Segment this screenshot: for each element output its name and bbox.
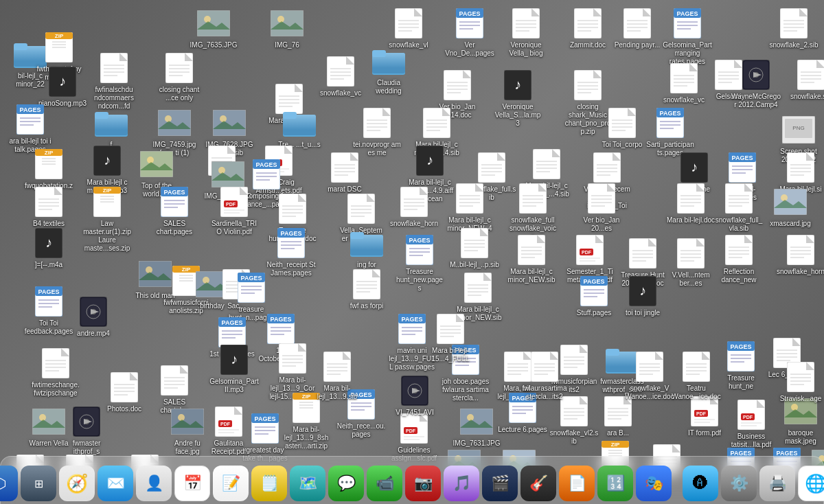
desktop-item-item60[interactable]: Mara bil-lejl.doc [666, 182, 716, 225]
desktop-item-item14[interactable]: closing chant ...ce only [154, 51, 204, 102]
desktop-item-item106[interactable]: snowflake_vl2.s ib [549, 395, 599, 446]
desktop-item-item81[interactable]: ♪ toi toi jingle [618, 275, 667, 317]
desktop-item-item32[interactable]: Toi Toi_corpo [597, 106, 647, 149]
desktop-item-item111[interactable]: Teatru Wanoe...ice.doc [672, 350, 721, 401]
desktop-item-item24[interactable]: snowflake.sib [786, 58, 824, 101]
desktop-item-item51[interactable]: ZIP Law master.ur(1).zip Laure maste...s… [82, 185, 132, 253]
desktop-item-item19[interactable]: ♪ Veronique Vella_S...la.mp3 [493, 69, 542, 128]
desktop-item-label: Zammit.doc [570, 41, 606, 49]
dock-safari[interactable]: 🧭 [59, 466, 95, 501]
desktop-item-item119[interactable]: VI_7451.AVI [390, 374, 439, 417]
desktop-item-item6[interactable]: PAGES Ver Vno_De...pages [445, 7, 494, 58]
desktop-item-label: VI_7451.AVI [396, 409, 433, 417]
desktop-item-item72[interactable]: Reflection dance_new [714, 233, 764, 284]
desktop-item-item8[interactable]: Zammit.doc [563, 7, 613, 49]
desktop-item-item78[interactable]: fwf as forpi [342, 268, 391, 310]
dock-pages[interactable]: 📄 [559, 466, 595, 501]
desktop-item-item30[interactable]: tei.novprogr am es me [352, 106, 402, 157]
desktop-item-item127[interactable]: Mara bil-lejl_13...9.sib [312, 350, 362, 401]
desktop-item-item21[interactable]: snowflake_vc [659, 62, 709, 104]
dock-chrome[interactable]: 🌐 [798, 466, 824, 501]
desktop-item-item62[interactable]: xmascard.jpg [766, 185, 815, 228]
desktop-item-item107[interactable]: ara B... [593, 395, 643, 437]
desktop-item-item16[interactable]: snowflake_vc [316, 55, 365, 98]
svg-rect-446 [32, 409, 65, 435]
desktop-item-item114[interactable]: PAGES Treasure hunt_ne [716, 340, 766, 391]
desktop-item-item11[interactable]: snowflake_2.sib [769, 7, 819, 49]
desktop-item-item129[interactable]: fwlaurasartima stercla...its2 [520, 350, 569, 401]
desktop-item-item57[interactable]: Mara bil-lejl_c minor_NEW_4 [445, 182, 494, 233]
desktop-item-item25[interactable]: PAGES ara bil-lejl toi i talk.pages [5, 103, 55, 154]
desktop-item-item29[interactable]: Tre... ...t_u...s [275, 106, 324, 149]
dock-calendar[interactable]: 📅 [174, 466, 210, 501]
desktop-item-item64[interactable]: PAGES Neith_receipt St James.pages [266, 227, 316, 277]
desktop-item-item108[interactable]: PDF IT form.pdf [680, 395, 729, 437]
dock-facetime[interactable]: 📹 [367, 466, 402, 501]
desktop-item-item4[interactable]: IMG_76 [262, 7, 312, 49]
dock-printer[interactable]: 🖨️ [759, 466, 795, 501]
dock-dashboard[interactable]: ⬡ [0, 466, 18, 501]
desktop-item-item63[interactable]: ♪ ]=[--.m4a [24, 227, 73, 269]
desktop-item-item67[interactable]: M..bil-lejl_..p.sib [450, 227, 499, 269]
desktop-item-item59[interactable]: Ver bio_Jan 20...es [577, 182, 626, 233]
dock-itunes[interactable]: 🎵 [444, 466, 479, 501]
desktop-item-item113[interactable]: Stravisk...age [776, 360, 824, 403]
dock-messages[interactable]: 💬 [328, 466, 364, 501]
doc-icon [784, 360, 817, 393]
desktop-item-item71[interactable]: V.Vell...ntem ber...es [666, 237, 716, 288]
desktop-item-item23[interactable]: WayneMcGregor 2012.Camp4 [731, 58, 781, 109]
desktop-item-item26[interactable]: f [87, 106, 136, 149]
dock-sysprefs[interactable]: ⚙️ [721, 466, 757, 501]
desktop-item-item130[interactable]: Mara bil lejl-15...4_FULL [426, 312, 475, 363]
desktop-item-item80[interactable]: PAGES Stuff.pages [569, 275, 619, 317]
desktop-item-item15[interactable]: Claudia wedding [364, 45, 413, 95]
dock-imovie[interactable]: 🎬 [482, 466, 518, 501]
desktop-item-item52[interactable]: PAGES SALES chart.pages [150, 185, 199, 236]
desktop-item-item53[interactable]: PDF Sardinella_TRIO Violin.pdf [209, 185, 259, 236]
desktop-item-item109[interactable]: PDF Business tatisit...lla.pdf [726, 398, 776, 449]
desktop-item-item83[interactable]: PAGES Toi Toi feedback.pages [24, 285, 73, 336]
desktop-item-item115[interactable]: snowflake_V Wanoe...ice.doc [625, 350, 674, 401]
desktop-item-item13[interactable]: fwfinalschdu ndcommaers ndcom...fd [89, 51, 139, 111]
desktop-item-item5[interactable]: snowflake_vl [384, 7, 433, 49]
desktop-item-item7[interactable]: Veronique Vella_ biog [501, 7, 551, 58]
dock-mail[interactable]: ✉️ [98, 466, 133, 501]
desktop-item-item33[interactable]: PAGES Sarti_participan ts.pages [645, 106, 695, 157]
dock-contacts[interactable]: 👤 [136, 466, 172, 501]
desktop-item-item73[interactable]: snowflake_horn [776, 233, 824, 276]
desktop-item-item68[interactable]: Mara bil-lejl_c minor_NEW.sib [507, 233, 556, 284]
desktop-item-item61[interactable]: snowflake_full_vla.sib [714, 182, 764, 233]
desktop-item-label: V.Vell...ntem ber...es [666, 271, 716, 288]
dock-garageband[interactable]: 🎸 [520, 466, 556, 501]
dock-notes[interactable]: 🗒️ [251, 466, 287, 501]
pages-icon: PAGES [14, 103, 47, 136]
music-icon: ♪ [501, 69, 534, 102]
desktop-item-item42[interactable]: marat DSC [320, 151, 369, 194]
desktop-item-item103[interactable]: PDF Guidelines assign...sic.pdf [389, 412, 439, 463]
svg-text:ZIP: ZIP [103, 187, 112, 194]
desktop-item-item84[interactable]: andre.mp4 [69, 295, 118, 338]
dock-appstore[interactable]: 🅐 [683, 466, 718, 501]
dock-numbers[interactable]: 🔢 [597, 466, 633, 501]
desktop-item-item10[interactable]: PAGES Gelsomina_Part rranging rates.page… [663, 7, 712, 66]
desktop-item-item56[interactable]: snowflake_horn [389, 185, 439, 228]
desktop-item-item58[interactable]: snowflake_full snowflake_voice [508, 182, 558, 241]
desktop-item-item65[interactable]: ing for [342, 227, 391, 269]
desktop-item-item9[interactable]: Pending payr... [613, 7, 662, 49]
desktop-item-item88[interactable]: fwtimeschange. fwtzipschange [31, 347, 80, 398]
dock-reminders[interactable]: 📝 [213, 466, 249, 501]
dock-photobooth[interactable]: 📷 [405, 466, 441, 501]
desktop-item-label: snowflake_V Wanoe...ice.doc [625, 385, 674, 401]
photo-icon [171, 405, 204, 438]
desktop-item-item3[interactable]: IMG_7635.JPG [189, 7, 238, 49]
dock-maps[interactable]: 🗺️ [290, 466, 325, 501]
desktop-item-item104[interactable]: IMG_7631.JPG [452, 405, 501, 448]
desktop-item-item97[interactable]: fwmaster ithprof_s [62, 405, 111, 456]
desktop-item-item87[interactable]: ♪ Gelsomina_Part II.mp3 [209, 343, 259, 394]
svg-point-124 [220, 115, 227, 122]
svg-text:♪: ♪ [426, 152, 433, 168]
desktop-item-item66[interactable]: PAGES Treasure hunt_new.pages [395, 233, 444, 293]
dock-mission-control[interactable]: ⊞ [21, 466, 56, 501]
desktop-item-item12[interactable]: ♪ pianoSong.mp3 [38, 65, 87, 108]
dock-keynote[interactable]: 🎭 [636, 466, 672, 501]
